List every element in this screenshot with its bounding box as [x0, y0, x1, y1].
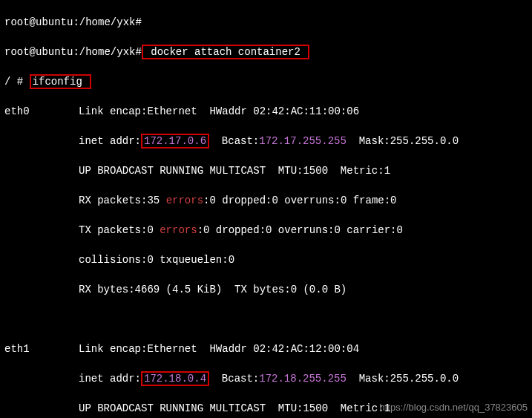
eth0-coll: collisions:0 txqueuelen:0	[4, 252, 528, 267]
errors-label: errors	[160, 224, 197, 236]
inet-label: inet addr:	[79, 373, 141, 385]
terminal-output: root@ubuntu:/home/yxk# root@ubuntu:/home…	[0, 0, 532, 418]
shell-prompt: root@ubuntu:/home/yxk#	[4, 46, 142, 58]
eth1-header: eth1Link encap:Ethernet HWaddr 02:42:AC:…	[4, 342, 528, 356]
eth0-mask: Mask:255.255.0.0	[347, 135, 459, 147]
eth0-rx: RX packets:35 errors:0 dropped:0 overrun…	[4, 193, 528, 208]
eth0-inet: inet addr:172.17.0.6 Bcast:172.17.255.25…	[4, 134, 528, 148]
bcast-label: Bcast:	[209, 135, 259, 147]
eth0-name: eth0	[4, 104, 79, 119]
eth0-bcast: 172.17.255.255	[259, 135, 347, 147]
bcast-label: Bcast:	[209, 373, 259, 385]
docker-cmd-line: root@ubuntu:/home/yxk# docker attach con…	[4, 45, 528, 59]
eth1-mask: Mask:255.255.0.0	[347, 373, 459, 385]
highlight-docker-cmd: docker attach container2	[142, 45, 309, 59]
eth1-encap: Link encap:Ethernet HWaddr 02:42:AC:12:0…	[79, 343, 359, 355]
highlight-ifconfig-cmd: ifconfig	[30, 74, 92, 89]
highlight-eth0-ip: 172.17.0.6	[141, 134, 209, 148]
eth0-encap: Link encap:Ethernet HWaddr 02:42:AC:11:0…	[79, 105, 359, 117]
container-prompt: / #	[4, 76, 30, 88]
watermark-text: https://blog.csdn.net/qq_37823605	[380, 400, 528, 415]
errors-label: errors	[166, 195, 203, 206]
eth1-inet: inet addr:172.18.0.4 Bcast:172.18.255.25…	[4, 371, 528, 386]
eth1-bcast: 172.18.255.255	[259, 373, 347, 385]
eth0-tx: TX packets:0 errors:0 dropped:0 overruns…	[4, 223, 528, 238]
eth0-header: eth0Link encap:Ethernet HWaddr 02:42:AC:…	[4, 104, 528, 119]
highlight-eth1-ip: 172.18.0.4	[141, 371, 209, 386]
eth0-bytes: RX bytes:4669 (4.5 KiB) TX bytes:0 (0.0 …	[4, 282, 528, 297]
eth1-name: eth1	[4, 342, 79, 356]
eth0-flags: UP BROADCAST RUNNING MULTICAST MTU:1500 …	[4, 163, 528, 178]
inet-label: inet addr:	[79, 135, 141, 147]
prompt-line-1: root@ubuntu:/home/yxk#	[4, 15, 528, 30]
ifconfig-cmd-line: / # ifconfig	[4, 74, 528, 89]
